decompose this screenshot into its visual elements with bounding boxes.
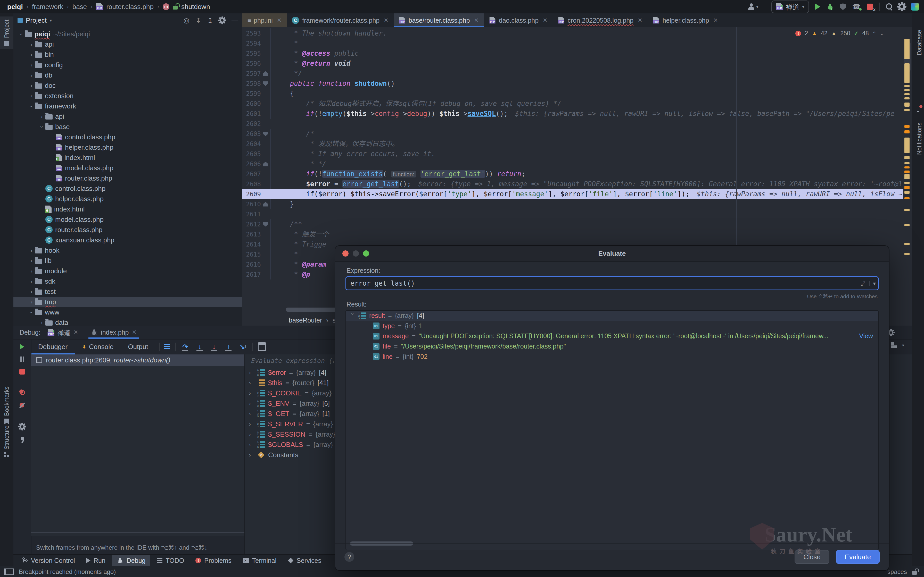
layout-settings-icon[interactable] <box>164 344 170 349</box>
close-window-button[interactable] <box>342 250 349 256</box>
tree-chevron-icon[interactable]: › <box>249 401 254 406</box>
tree-item-index.html[interactable]: index.html <box>13 204 242 214</box>
tab-output[interactable]: Output <box>121 339 155 355</box>
indent-setting[interactable]: spaces <box>887 568 907 575</box>
code-line-2609[interactable]: 2609 if($error) $this->saveError($error[… <box>242 189 903 199</box>
run-button[interactable] <box>815 3 821 10</box>
step-into-icon[interactable]: ↓ <box>195 343 204 351</box>
sidebar-item-database[interactable]: Database <box>913 30 924 55</box>
tree-chevron-icon[interactable]: › <box>350 313 356 318</box>
code-line-2606[interactable]: 2606 * */ <box>242 159 903 169</box>
debug-button[interactable] <box>827 3 834 10</box>
chevron-down-icon[interactable]: ▾ <box>50 18 52 23</box>
stripe-mark[interactable] <box>905 85 909 87</box>
close-icon[interactable]: ✕ <box>384 17 388 24</box>
view-link[interactable]: View <box>859 332 878 340</box>
fold-icon[interactable] <box>263 162 268 166</box>
tree-chevron-icon[interactable]: › <box>38 114 45 119</box>
editor-tab-bar[interactable]: ≡php.ini✕Cframework/router.class.php✕bas… <box>242 13 912 28</box>
tree-item-module[interactable]: ›module <box>13 266 242 276</box>
expand-editor-icon[interactable]: ⤢ <box>861 280 866 287</box>
close-icon[interactable]: ✕ <box>474 17 478 24</box>
code-line-2596[interactable]: 2596 * @return void <box>242 58 903 69</box>
code-area[interactable]: 2593 * The shutdown handler.2594 *2595 *… <box>242 28 903 281</box>
stop-button[interactable]: 2 <box>867 3 873 10</box>
next-issue-icon[interactable]: ⌄ <box>880 31 884 36</box>
fold-icon[interactable] <box>263 222 268 227</box>
tree-item-api[interactable]: ›api <box>13 111 242 122</box>
force-step-into-icon[interactable]: ↓ <box>210 343 218 351</box>
debug-settings-gear-icon[interactable] <box>888 330 893 335</box>
stripe-mark[interactable] <box>905 166 909 168</box>
tool-windows-icon[interactable] <box>4 569 14 575</box>
code-line-2597[interactable]: 2597 */ <box>242 69 903 79</box>
debugger-settings-gear-icon[interactable] <box>19 424 25 429</box>
code-line-2611[interactable]: 2611 <box>242 209 903 219</box>
stripe-mark[interactable] <box>905 191 909 194</box>
code-line-2599[interactable]: 2599 { <box>242 89 903 99</box>
tree-chevron-icon[interactable]: › <box>28 83 35 89</box>
tree-chevron-icon[interactable]: › <box>28 289 35 295</box>
tree-item-lib[interactable]: ›lib <box>13 256 242 266</box>
tree-chevron-icon[interactable]: › <box>249 442 254 448</box>
pin-icon[interactable] <box>19 437 25 443</box>
result-row-type[interactable]: 01type = {int} 1 <box>346 321 878 331</box>
notification-bell-icon[interactable] <box>915 106 921 113</box>
history-dropdown-icon[interactable]: ▼ <box>869 281 876 286</box>
search-everywhere-icon[interactable] <box>886 3 893 10</box>
view-breakpoints-icon[interactable] <box>19 390 25 395</box>
result-row-line[interactable]: 01line = {int} 702 <box>346 351 878 362</box>
toolbar-item-run[interactable]: Run <box>82 555 110 566</box>
frame-row[interactable]: router.class.php:2609, router->shutdown(… <box>31 355 244 366</box>
code-line-2595[interactable]: 2595 * @access public <box>242 48 903 58</box>
fold-icon[interactable] <box>263 71 268 76</box>
tree-item-tmp[interactable]: ›tmp <box>13 297 242 307</box>
toolbar-item-services[interactable]: Services <box>283 555 326 566</box>
tree-item-www[interactable]: ›www <box>13 307 242 318</box>
stripe-mark[interactable] <box>905 182 909 184</box>
tree-chevron-icon[interactable]: › <box>28 62 35 68</box>
fold-marker[interactable] <box>261 202 270 206</box>
sidebar-item-bookmarks[interactable]: Bookmarks <box>0 387 13 424</box>
tree-item-control.class.php[interactable]: control.class.php <box>13 132 242 142</box>
stripe-mark[interactable] <box>905 253 909 255</box>
editor-tab-framework-router-class-php[interactable]: Cframework/router.class.php✕ <box>287 13 394 27</box>
tree-chevron-icon[interactable]: › <box>28 248 35 253</box>
hide-panel-icon[interactable]: — <box>231 16 238 24</box>
tree-item-model.class.php[interactable]: model.class.php <box>13 163 242 173</box>
close-icon[interactable]: ✕ <box>132 329 137 336</box>
user-menu[interactable]: ▾ <box>748 3 759 10</box>
stripe-mark[interactable] <box>905 39 909 59</box>
mute-breakpoints-icon[interactable] <box>19 402 25 409</box>
run-configuration-select[interactable]: 禅道 ▾ <box>771 0 809 13</box>
close-icon[interactable]: ✕ <box>277 17 281 24</box>
stripe-mark[interactable] <box>905 97 909 100</box>
tree-item-test[interactable]: ›test <box>13 287 242 297</box>
inspections-widget[interactable]: ! 2 ▲ 42 ▲ 250 ✓ 48 ⌃ ⌄ <box>795 30 884 37</box>
stripe-mark[interactable] <box>905 209 909 211</box>
stripe-mark[interactable] <box>905 186 909 189</box>
tree-item-framework[interactable]: ›framework <box>13 101 242 111</box>
pause-icon[interactable] <box>20 356 24 362</box>
tree-item-router.class.php[interactable]: Crouter.class.php <box>13 225 242 235</box>
breadcrumb-framework[interactable]: framework <box>32 3 63 11</box>
result-row-result[interactable]: ›result = {array} [4] <box>346 311 878 321</box>
tree-chevron-icon[interactable]: › <box>28 73 35 78</box>
tree-chevron-icon[interactable]: › <box>249 421 254 427</box>
project-tree[interactable]: ›peiqi~/Sites/peiqi›api›bin›config›db›do… <box>13 29 242 326</box>
stripe-mark[interactable] <box>905 103 909 106</box>
close-icon[interactable]: ✕ <box>543 17 547 24</box>
minimize-window-button[interactable] <box>353 250 359 256</box>
fold-icon[interactable] <box>263 132 268 136</box>
result-tree[interactable]: ›result = {array} [4]01type = {int} 101m… <box>346 310 879 550</box>
tree-item-index.html[interactable]: index.html <box>13 153 242 163</box>
fold-marker[interactable] <box>261 71 270 76</box>
code-line-2613[interactable]: 2613 * 触发一个 <box>242 229 903 239</box>
tree-chevron-icon[interactable]: › <box>249 452 254 458</box>
fold-marker[interactable] <box>261 81 270 86</box>
stripe-mark[interactable] <box>905 131 909 134</box>
step-out-icon[interactable]: ↑ <box>224 343 233 351</box>
breadcrumb-base[interactable]: base <box>73 3 87 11</box>
stripe-mark[interactable] <box>905 174 909 179</box>
code-line-2603[interactable]: 2603 /* <box>242 129 903 139</box>
